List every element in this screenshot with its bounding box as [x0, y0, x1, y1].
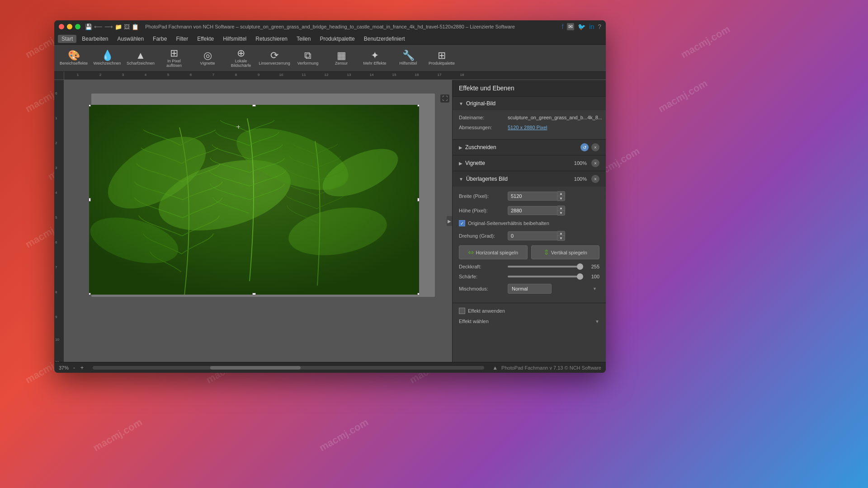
- menu-bearbeiten[interactable]: Bearbeiten: [78, 35, 112, 43]
- menu-benutzerdefiniert[interactable]: Benutzerdefiniert: [360, 35, 409, 43]
- tool-hilfsmittel[interactable]: 🔧 Hilfsmittel: [392, 47, 424, 70]
- tool-mehr-effekte[interactable]: ✦ Mehr Effekte: [359, 47, 391, 70]
- handle-tc[interactable]: [252, 105, 256, 107]
- ruler-mark-7: 7: [212, 73, 214, 77]
- menu-farbe[interactable]: Farbe: [149, 35, 170, 43]
- close-button[interactable]: [59, 24, 64, 29]
- breite-input[interactable]: [508, 192, 557, 201]
- arrow-right-icon: ▶: [448, 219, 451, 224]
- toolbar-icon-3[interactable]: ⟶: [104, 23, 113, 30]
- section-zuschneiden-header[interactable]: ▶ Zuschneiden ↺ ×: [453, 140, 606, 155]
- zuschneiden-refresh-btn[interactable]: ↺: [580, 143, 589, 151]
- overlay-pct: 100%: [574, 176, 587, 182]
- ruler-mark-5: 5: [167, 73, 169, 77]
- tool-zensur[interactable]: ▦ Zensur: [326, 47, 357, 70]
- breite-up-btn[interactable]: ▲: [557, 192, 565, 196]
- flip-v-button[interactable]: ⇕ Vertikal spiegeln: [531, 245, 600, 259]
- tool-vignette[interactable]: ◎ Vignette: [192, 47, 223, 70]
- section-overlay-header[interactable]: ▼ Überlagertes Bild 100% ×: [453, 171, 606, 187]
- mehr-effekte-label: Mehr Effekte: [363, 61, 387, 66]
- ruler-mark-13: 13: [347, 73, 351, 77]
- section-original-header[interactable]: ▼ Original-Bild: [453, 97, 606, 110]
- toolbar-icon-6[interactable]: 📋: [132, 23, 139, 30]
- handle-tr[interactable]: [417, 105, 419, 107]
- zensur-label: Zensur: [335, 61, 348, 66]
- drehung-input[interactable]: [508, 231, 557, 240]
- canvas-area[interactable]: ⛶ ▶: [64, 80, 452, 362]
- handle-br[interactable]: [417, 293, 419, 295]
- zuschneiden-delete-btn[interactable]: ×: [591, 143, 599, 151]
- menu-teilen[interactable]: Teilen: [293, 35, 314, 43]
- help-icon[interactable]: ?: [598, 23, 601, 30]
- menu-start[interactable]: Start: [58, 35, 76, 43]
- overlay-delete-btn[interactable]: ×: [591, 175, 599, 183]
- effekt-apply-checkbox[interactable]: [459, 308, 465, 314]
- toolbar-icon-4[interactable]: 📁: [115, 23, 122, 30]
- lokale-bildschaerfe-label: Lokale Bildschärfe: [226, 59, 256, 68]
- hoehe-down-btn[interactable]: ▼: [557, 211, 565, 215]
- schaerfe-track[interactable]: [508, 276, 582, 277]
- handle-bc[interactable]: [252, 293, 256, 295]
- schaerfe-row: Schärfe: 100: [459, 274, 599, 279]
- handle-tl[interactable]: [89, 105, 91, 107]
- deckkraft-thumb[interactable]: [577, 263, 583, 270]
- menu-auswaehlen[interactable]: Auswählen: [113, 35, 147, 43]
- toolbar-icon-5[interactable]: 🖼: [124, 23, 130, 30]
- hoehe-up-btn[interactable]: ▲: [557, 206, 565, 211]
- effekt-choose-arrow[interactable]: ▼: [595, 319, 599, 324]
- schaerfe-thumb[interactable]: [577, 273, 583, 280]
- expand-icon: ⛶: [442, 95, 448, 102]
- tool-linsenverzerrung[interactable]: ⟳ Linsenverzerrung: [259, 47, 290, 70]
- vignette-label: Vignette: [200, 61, 215, 66]
- ruler-mark-1: 1: [77, 73, 79, 77]
- breite-row: Breite (Pixel): ▲ ▼: [459, 191, 599, 201]
- menu-filter[interactable]: Filter: [172, 35, 192, 43]
- aspect-checkbox[interactable]: [459, 220, 465, 226]
- scrollbar-thumb[interactable]: [210, 366, 301, 370]
- abmessungen-value[interactable]: 5120 x 2880 Pixel: [508, 125, 547, 130]
- canvas-image[interactable]: [89, 105, 419, 295]
- hoehe-input[interactable]: [508, 206, 557, 215]
- drehung-up-btn[interactable]: ▲: [557, 231, 565, 236]
- handle-ml[interactable]: [89, 198, 91, 202]
- flip-h-button[interactable]: ⇔ Horizontal spiegeln: [459, 245, 528, 259]
- expand-button[interactable]: ⛶: [440, 94, 449, 103]
- mischmodus-select[interactable]: Normal Multiplizieren Bildschirm Überlag…: [508, 284, 552, 294]
- deckkraft-track[interactable]: [508, 266, 582, 267]
- section-original: ▼ Original-Bild Dateiname: sculpture_on_…: [453, 97, 606, 140]
- tool-verformung[interactable]: ⧉ Verformung: [292, 47, 324, 70]
- ruler-v-11: 11: [55, 360, 59, 362]
- menu-effekte[interactable]: Effekte: [193, 35, 217, 43]
- maximize-button[interactable]: [75, 24, 80, 29]
- zoom-out-button[interactable]: -: [72, 365, 76, 371]
- zensur-icon: ▦: [337, 51, 346, 61]
- section-vignette-header[interactable]: ▶ Vignette 100% ×: [453, 155, 606, 171]
- tool-scharfzeichnen[interactable]: ▲ Scharfzeichnen: [125, 47, 156, 70]
- flip-h-label: Horizontal spiegeln: [476, 250, 518, 255]
- handle-mr[interactable]: [417, 198, 419, 202]
- handle-bl[interactable]: [89, 293, 91, 295]
- toolbar-icon-2[interactable]: ⟵: [94, 23, 103, 30]
- menu-produktpalette[interactable]: Produktpalette: [316, 35, 358, 43]
- horizontal-scrollbar[interactable]: [93, 366, 484, 370]
- tool-bereichseffekte[interactable]: 🎨 Bereichseffekte: [58, 47, 90, 70]
- menu-retuschieren[interactable]: Retuschieren: [252, 35, 291, 43]
- scroll-up-arrow[interactable]: ▲: [492, 365, 498, 371]
- minimize-button[interactable]: [67, 24, 72, 29]
- zoom-in-button[interactable]: +: [80, 365, 85, 371]
- tool-weichzeichnen[interactable]: 💧 Weichzeichnen: [91, 47, 123, 70]
- menu-hilfsmittel[interactable]: Hilfsmittel: [219, 35, 250, 43]
- toolbar-icon-1[interactable]: 💾: [85, 23, 92, 30]
- tool-produktpalette[interactable]: ⊞ Produktpalette: [426, 47, 458, 70]
- section-overlay-content: Breite (Pixel): ▲ ▼ Höhe (Pixel):: [453, 187, 606, 303]
- tool-pixel-aufloesen[interactable]: ⊞ In Pixel auflösen: [158, 47, 190, 70]
- dateiname-value: sculpture_on_green_grass_and_b...4k_8...: [508, 115, 602, 120]
- hilfsmittel-label: Hilfsmittel: [399, 61, 417, 66]
- drehung-down-btn[interactable]: ▼: [557, 236, 565, 240]
- section-zuschneiden-arrow: ▶: [459, 145, 462, 150]
- tool-lokale-bildschaerfe[interactable]: ⊕ Lokale Bildschärfe: [225, 47, 257, 70]
- breite-down-btn[interactable]: ▼: [557, 196, 565, 201]
- panel-toggle-arrow[interactable]: ▶: [447, 216, 452, 226]
- vignette-delete-btn[interactable]: ×: [591, 159, 599, 167]
- vignette-pct: 100%: [574, 160, 587, 166]
